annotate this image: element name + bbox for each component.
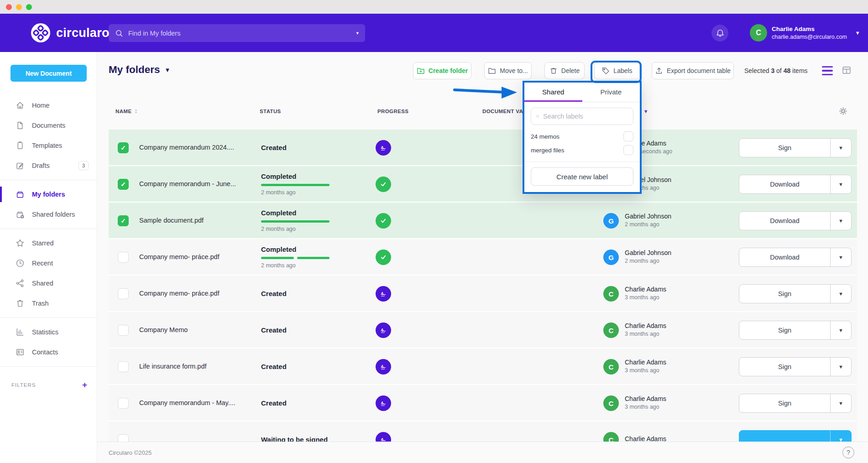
labels-search-input[interactable]: [543, 113, 628, 120]
list-view-toggle[interactable]: [822, 66, 833, 75]
sidebar-item-templates[interactable]: Templates: [0, 135, 97, 156]
sidebar-item-starred[interactable]: Starred: [0, 233, 97, 253]
window-minimize-button[interactable]: [16, 4, 22, 10]
new-document-button[interactable]: New Document: [10, 65, 87, 82]
labels-search[interactable]: [531, 108, 633, 125]
global-search[interactable]: ▾: [109, 24, 365, 42]
table-row[interactable]: ✓ Sample document.pdf Completed 2 months…: [109, 203, 857, 239]
window-zoom-button[interactable]: [26, 4, 32, 10]
modified-by-name: Gabriel Johnson: [625, 213, 671, 221]
signature-progress-icon[interactable]: [376, 359, 391, 375]
action-dropdown-caret-icon[interactable]: ▼: [830, 321, 851, 339]
grid-view-toggle[interactable]: [841, 65, 852, 75]
document-name[interactable]: Company memorandum 2024....: [139, 130, 256, 165]
notifications-button[interactable]: [711, 25, 728, 42]
sidebar-item-shared[interactable]: Shared: [0, 273, 97, 293]
table-row[interactable]: ✓ Company memorandum - June... Completed…: [109, 166, 857, 203]
search-input[interactable]: [128, 30, 351, 37]
action-dropdown-caret-icon[interactable]: ▼: [830, 394, 851, 412]
label-checkbox[interactable]: [623, 131, 633, 141]
row-action-button[interactable]: Sign ▼: [739, 357, 852, 376]
create-new-label-button[interactable]: Create new label: [531, 167, 633, 186]
row-checkbox[interactable]: ✓: [118, 288, 129, 299]
user-menu[interactable]: C Charlie Adams charlie.adams@circularo.…: [750, 24, 860, 42]
row-action-button[interactable]: Sign ▼: [739, 321, 852, 340]
export-document-table-button[interactable]: Export document table: [652, 62, 734, 79]
search-scope-caret-icon[interactable]: ▾: [356, 30, 359, 36]
page-title-caret-icon[interactable]: ▼: [165, 67, 171, 73]
document-name[interactable]: Company memo- práce.pdf: [139, 239, 256, 275]
label-item[interactable]: 24 memos: [531, 130, 633, 143]
action-dropdown-caret-icon[interactable]: ▼: [830, 212, 851, 230]
document-name[interactable]: Company memorandum - June...: [139, 166, 256, 202]
sidebar-item-home[interactable]: Home: [0, 95, 97, 115]
modified-time: 3 months ago: [625, 403, 666, 411]
row-action-button[interactable]: Sign ▼: [739, 138, 852, 157]
labels-button[interactable]: Labels: [594, 62, 640, 79]
tab-shared[interactable]: Shared: [524, 83, 582, 102]
delete-button[interactable]: Delete: [544, 62, 585, 79]
action-dropdown-caret-icon[interactable]: ▼: [830, 358, 851, 376]
column-settings-button[interactable]: [839, 107, 847, 115]
action-dropdown-caret-icon[interactable]: ▼: [830, 175, 851, 193]
row-checkbox[interactable]: ✓: [118, 252, 129, 263]
row-action-button[interactable]: Download ▼: [739, 175, 852, 194]
label-checkbox[interactable]: [623, 145, 633, 155]
table-row[interactable]: ✓ Company memorandum 2024.... Created C …: [109, 130, 857, 166]
action-dropdown-caret-icon[interactable]: ▼: [830, 248, 851, 266]
tab-private[interactable]: Private: [582, 83, 640, 102]
signature-progress-icon[interactable]: [376, 395, 391, 411]
document-name[interactable]: Sample document.pdf: [139, 203, 256, 238]
table-row[interactable]: ✓ Company Memo Created C Charlie Adams 3…: [109, 312, 857, 349]
completed-progress-icon[interactable]: [376, 177, 391, 192]
signature-progress-icon[interactable]: [376, 323, 391, 338]
table-row[interactable]: ✓ Life insurance form.pdf Created C Char…: [109, 349, 857, 385]
sidebar-item-recent[interactable]: Recent: [0, 253, 97, 273]
circularo-logo-icon: [31, 23, 50, 42]
row-checkbox[interactable]: ✓: [118, 215, 129, 226]
page-title[interactable]: My folders ▼: [109, 64, 170, 76]
row-action-button[interactable]: Sign ▼: [739, 394, 852, 413]
signature-progress-icon[interactable]: [376, 140, 391, 156]
completed-progress-icon[interactable]: [376, 250, 391, 265]
app-header: circularo ▾ C Charlie Adams charlie.adam…: [0, 14, 868, 52]
label-item[interactable]: merged files: [531, 143, 633, 157]
sidebar-item-drafts[interactable]: Drafts 3: [0, 156, 97, 176]
sidebar-item-my-folders[interactable]: My folders: [0, 184, 97, 204]
user-name: Charlie Adams: [772, 25, 847, 33]
add-filter-button[interactable]: +: [82, 380, 88, 390]
table-row[interactable]: ✓ Company memo- práce.pdf Created C Char…: [109, 276, 857, 312]
table-row[interactable]: ✓ Company memo- práce.pdf Completed 2 mo…: [109, 239, 857, 276]
sidebar-item-shared-folders[interactable]: Shared folders: [0, 204, 97, 224]
row-action-button[interactable]: Download ▼: [739, 211, 852, 230]
row-checkbox[interactable]: ✓: [118, 361, 129, 372]
row-action-button[interactable]: Download ▼: [739, 248, 852, 267]
sidebar-item-documents[interactable]: Documents: [0, 115, 97, 135]
action-dropdown-caret-icon[interactable]: ▼: [830, 139, 851, 157]
brand-name: circularo: [56, 26, 110, 40]
sidebar-item-statistics[interactable]: Statistics: [0, 322, 97, 342]
action-dropdown-caret-icon[interactable]: ▼: [830, 285, 851, 303]
document-name[interactable]: Company memo- práce.pdf: [139, 276, 256, 311]
completed-progress-icon[interactable]: [376, 213, 391, 229]
move-to-button[interactable]: Move to...: [484, 62, 532, 79]
create-folder-button[interactable]: Create folder: [413, 62, 471, 79]
sort-caret-icon[interactable]: ▼: [643, 109, 648, 114]
document-name[interactable]: Company memorandum - May....: [139, 385, 256, 421]
row-checkbox[interactable]: ✓: [118, 325, 129, 336]
window-close-button[interactable]: [6, 4, 12, 10]
signature-progress-icon[interactable]: [376, 286, 391, 302]
sort-icon[interactable]: ▲▼: [134, 109, 137, 114]
row-checkbox[interactable]: ✓: [118, 179, 129, 190]
table-row[interactable]: ✓ Company memorandum - May.... Created C…: [109, 385, 857, 421]
row-action-button[interactable]: Sign ▼: [739, 284, 852, 303]
row-checkbox[interactable]: ✓: [118, 142, 129, 153]
brand-logo[interactable]: circularo: [31, 23, 110, 42]
sidebar-item-trash[interactable]: Trash: [0, 293, 97, 313]
document-name[interactable]: Life insurance form.pdf: [139, 349, 256, 384]
share-icon: [16, 279, 25, 288]
row-checkbox[interactable]: ✓: [118, 398, 129, 409]
document-name[interactable]: Company Memo: [139, 312, 256, 348]
sidebar-item-contacts[interactable]: Contacts: [0, 342, 97, 362]
help-button[interactable]: ?: [842, 447, 854, 458]
